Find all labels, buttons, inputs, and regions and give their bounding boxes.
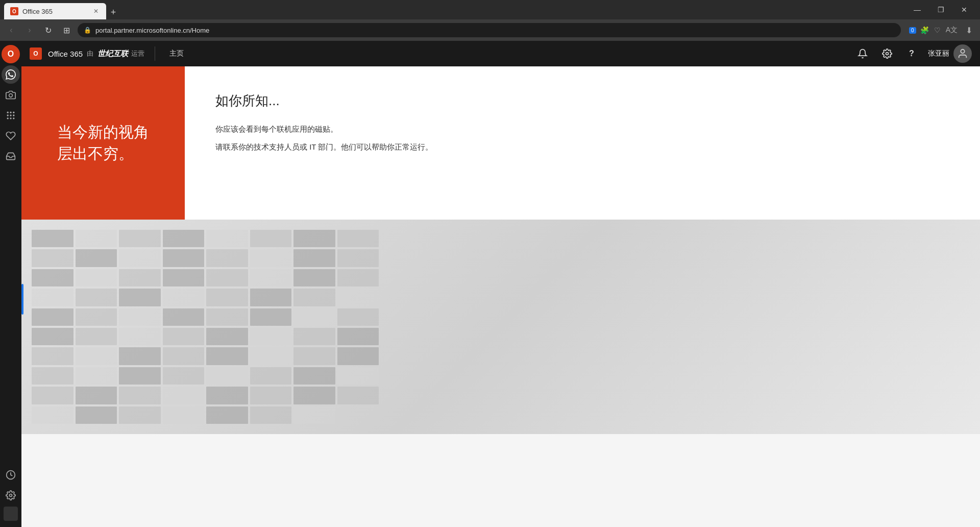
building-cell bbox=[163, 289, 205, 306]
building-cell bbox=[337, 308, 379, 326]
svg-point-8 bbox=[10, 117, 11, 119]
minimize-button[interactable]: — bbox=[905, 0, 929, 19]
address-bar[interactable]: 🔒 portal.partner.microsoftonline.cn/Home bbox=[78, 23, 901, 37]
svg-point-4 bbox=[7, 114, 9, 116]
building-cell bbox=[32, 230, 74, 247]
tab-favicon: O bbox=[10, 7, 18, 15]
building-cell bbox=[119, 249, 161, 267]
nav-right-area: ? 张亚丽 bbox=[854, 44, 972, 63]
building-background bbox=[21, 220, 389, 434]
forward-button[interactable]: › bbox=[22, 23, 37, 37]
building-cell bbox=[337, 269, 379, 286]
hero-body: 你应该会看到每个联机应用的磁贴。 请联系你的技术支持人员或 IT 部门。他们可以… bbox=[215, 122, 949, 154]
building-cell bbox=[119, 406, 161, 424]
brand-operator: 世纪互联 bbox=[97, 49, 128, 59]
building-cell bbox=[337, 289, 379, 306]
sidebar-apps-icon[interactable] bbox=[2, 106, 20, 125]
sidebar-wallpaper-icon[interactable] bbox=[4, 507, 18, 521]
sidebar-settings-icon[interactable] bbox=[2, 486, 20, 505]
building-cell bbox=[250, 347, 292, 365]
svg-point-0 bbox=[9, 94, 13, 98]
building-cell bbox=[76, 406, 117, 424]
hero-message: 如你所知... 你应该会看到每个联机应用的磁贴。 请联系你的技术支持人员或 IT… bbox=[185, 66, 980, 220]
building-cell bbox=[119, 367, 161, 385]
svg-point-12 bbox=[886, 53, 889, 55]
building-cell bbox=[293, 249, 335, 267]
building-cell bbox=[76, 387, 117, 404]
badge-count: 0 bbox=[909, 27, 916, 34]
building-cell bbox=[76, 367, 117, 385]
sidebar-camera-icon[interactable] bbox=[2, 86, 20, 104]
lock-icon: 🔒 bbox=[84, 27, 91, 34]
building-cell bbox=[250, 406, 292, 424]
building-cell bbox=[119, 230, 161, 247]
building-cell bbox=[250, 308, 292, 326]
tab-close-button[interactable]: ✕ bbox=[92, 7, 100, 15]
scrollbar-thumb[interactable] bbox=[21, 284, 23, 315]
refresh-button[interactable]: ↻ bbox=[41, 23, 55, 37]
building-cell bbox=[293, 289, 335, 306]
help-button[interactable]: ? bbox=[903, 45, 920, 62]
building-cell bbox=[293, 230, 335, 247]
building-cell bbox=[293, 347, 335, 365]
svg-point-11 bbox=[10, 494, 12, 497]
hero-section: 当今新的视角 层出不穷。 如你所知... 你应该会看到每个联机应用的磁贴。 请联… bbox=[21, 66, 980, 220]
hero-red-box: 当今新的视角 层出不穷。 bbox=[21, 66, 185, 220]
brand-text: Office 365 bbox=[48, 50, 83, 58]
close-button[interactable]: ✕ bbox=[952, 0, 976, 19]
svg-point-5 bbox=[10, 114, 11, 116]
address-right-icons: 0 🧩 ♡ A文 ⬇ bbox=[909, 23, 976, 37]
building-cell bbox=[32, 328, 74, 345]
grid-button[interactable]: ⊞ bbox=[59, 23, 74, 37]
building-cell bbox=[163, 367, 205, 385]
building-cell bbox=[163, 347, 205, 365]
restore-button[interactable]: ❐ bbox=[929, 0, 952, 19]
download-icon[interactable]: ⬇ bbox=[962, 23, 976, 37]
nav-home-link[interactable]: 主页 bbox=[165, 47, 188, 60]
building-cell bbox=[206, 328, 248, 345]
building-cell bbox=[32, 269, 74, 286]
building-cell bbox=[163, 406, 205, 424]
building-cell bbox=[32, 249, 74, 267]
translate-icon[interactable]: A文 bbox=[945, 25, 959, 36]
building-cell bbox=[206, 367, 248, 385]
svg-point-1 bbox=[7, 112, 9, 113]
sidebar-heart-icon[interactable] bbox=[2, 127, 20, 145]
building-cell bbox=[250, 328, 292, 345]
building-cell bbox=[119, 269, 161, 286]
active-tab[interactable]: O Office 365 ✕ bbox=[4, 3, 106, 19]
building-cell bbox=[250, 230, 292, 247]
building-cell bbox=[119, 308, 161, 326]
building-cell bbox=[337, 230, 379, 247]
extensions-icon[interactable]: 🧩 bbox=[919, 25, 930, 35]
sidebar-inbox-icon[interactable] bbox=[2, 147, 20, 165]
svg-point-6 bbox=[13, 114, 14, 116]
building-cell bbox=[250, 289, 292, 306]
building-cell bbox=[337, 328, 379, 345]
building-cell bbox=[32, 308, 74, 326]
back-button[interactable]: ‹ bbox=[4, 23, 18, 37]
settings-button[interactable] bbox=[879, 45, 895, 62]
building-cell bbox=[293, 406, 335, 424]
opera-logo-icon[interactable]: O bbox=[2, 45, 20, 63]
notification-button[interactable] bbox=[854, 45, 871, 62]
building-cell bbox=[163, 328, 205, 345]
sidebar-whatsapp-icon[interactable] bbox=[2, 65, 20, 84]
building-cell bbox=[32, 406, 74, 424]
svg-point-13 bbox=[961, 50, 964, 53]
svg-point-7 bbox=[7, 117, 9, 119]
building-cell bbox=[293, 269, 335, 286]
hero-title: 如你所知... bbox=[215, 92, 949, 110]
bottom-image-section bbox=[21, 220, 980, 434]
building-cell bbox=[32, 387, 74, 404]
building-cell bbox=[293, 328, 335, 345]
new-tab-button[interactable]: + bbox=[106, 5, 120, 19]
user-area[interactable]: 张亚丽 bbox=[928, 44, 972, 63]
browser-titlebar: O Office 365 ✕ + — ❐ ✕ bbox=[0, 0, 980, 19]
app-navbar: O Office 365 由 世纪互联 运营 主页 ? 张亚丽 bbox=[21, 41, 980, 66]
building-cell bbox=[76, 308, 117, 326]
building-cell bbox=[206, 289, 248, 306]
building-cell bbox=[76, 269, 117, 286]
sidebar-history-icon[interactable] bbox=[2, 466, 20, 484]
favorites-icon[interactable]: ♡ bbox=[933, 25, 942, 35]
